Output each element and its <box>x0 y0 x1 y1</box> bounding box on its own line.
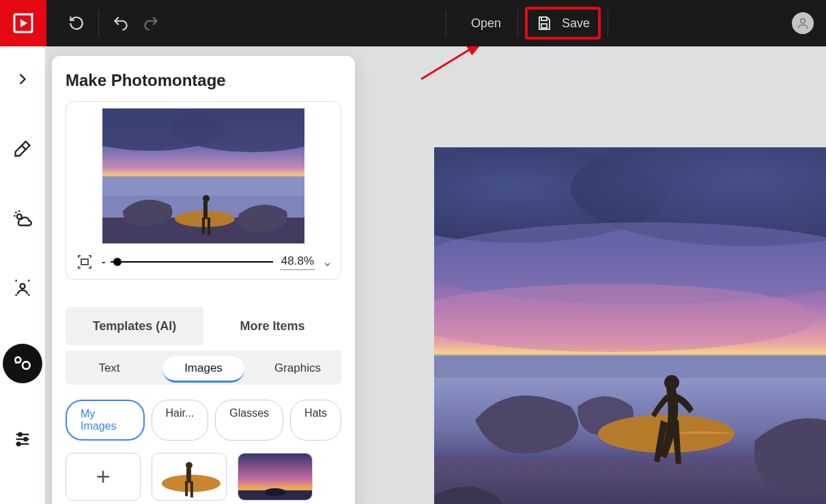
svg-point-13 <box>23 361 30 369</box>
fit-screen-icon[interactable] <box>74 252 95 272</box>
undo-icon[interactable] <box>106 14 136 32</box>
svg-point-11 <box>20 284 25 288</box>
subtab-graphics[interactable]: Graphics <box>257 355 339 384</box>
svg-rect-45 <box>185 481 188 496</box>
thumb-row <box>66 453 341 501</box>
app-logo[interactable] <box>0 0 46 46</box>
svg-rect-37 <box>202 218 205 234</box>
expand-panel-icon[interactable] <box>9 65 36 93</box>
tab-templates[interactable]: Templates (AI) <box>66 307 203 345</box>
svg-point-19 <box>17 443 20 446</box>
zoom-value[interactable]: 48.8% <box>280 254 315 270</box>
save-icon <box>536 15 552 31</box>
save-label: Save <box>562 16 590 31</box>
svg-line-6 <box>22 145 26 149</box>
tab-more-items[interactable]: More Items <box>203 307 341 345</box>
separator <box>608 10 608 36</box>
save-button[interactable]: Save <box>525 7 601 40</box>
svg-rect-3 <box>541 24 547 28</box>
panel-title: Make Photomontage <box>66 71 341 90</box>
thumb-add[interactable] <box>66 453 141 501</box>
portrait-select-tool-icon[interactable] <box>9 274 36 301</box>
subtab-images[interactable]: Images <box>162 356 244 383</box>
open-button[interactable]: Open <box>453 10 511 37</box>
subtabs: Text Images Graphics <box>66 351 341 385</box>
thumb-sunset[interactable] <box>238 453 313 501</box>
svg-line-10 <box>16 212 17 213</box>
subtab-text[interactable]: Text <box>68 355 150 384</box>
preview-card: - 48.8% ⌄ <box>66 101 341 280</box>
svg-rect-36 <box>203 201 208 219</box>
svg-marker-1 <box>20 19 27 27</box>
eraser-tool-icon[interactable] <box>9 135 36 162</box>
open-label: Open <box>471 16 501 31</box>
separator <box>98 10 99 36</box>
account-avatar[interactable] <box>792 12 814 34</box>
canvas-image <box>434 147 826 504</box>
adjustments-tool-icon[interactable] <box>9 426 36 453</box>
tool-rail <box>0 46 45 504</box>
chip-glasses[interactable]: Glasses <box>215 400 283 441</box>
zoom-slider[interactable] <box>111 255 272 269</box>
tabs-bar: Templates (AI) More Items <box>66 307 341 345</box>
photomontage-tool-icon[interactable] <box>3 344 42 383</box>
preview-controls: - 48.8% ⌄ <box>73 249 334 272</box>
svg-rect-46 <box>190 481 193 498</box>
separator <box>517 10 518 36</box>
chevron-down-icon[interactable]: ⌄ <box>322 254 332 269</box>
svg-point-43 <box>186 462 193 469</box>
svg-point-15 <box>18 433 22 436</box>
zoom-minus: - <box>102 256 105 268</box>
category-chips: My Images Hair... Glasses Hats <box>66 400 341 441</box>
svg-rect-38 <box>208 218 210 235</box>
chip-my-images[interactable]: My Images <box>66 400 145 441</box>
chip-hats[interactable]: Hats <box>290 400 341 441</box>
svg-point-48 <box>264 488 285 496</box>
main-area: Make Photomontage <box>0 46 826 504</box>
svg-point-4 <box>801 18 806 23</box>
weather-tool-icon[interactable] <box>9 205 36 232</box>
thumb-surfer-cutout[interactable] <box>152 453 227 501</box>
svg-rect-39 <box>81 259 88 265</box>
svg-point-35 <box>203 195 210 202</box>
top-toolbar: Open Save <box>0 0 826 46</box>
svg-point-2 <box>31 13 33 16</box>
photomontage-panel: Make Photomontage <box>52 56 355 504</box>
reset-icon[interactable] <box>61 14 91 32</box>
chip-hair[interactable]: Hair... <box>152 400 209 441</box>
preview-thumbnail[interactable] <box>102 108 304 243</box>
svg-point-17 <box>24 438 27 441</box>
separator <box>446 10 446 36</box>
svg-rect-44 <box>186 468 191 483</box>
redo-icon[interactable] <box>136 14 166 32</box>
